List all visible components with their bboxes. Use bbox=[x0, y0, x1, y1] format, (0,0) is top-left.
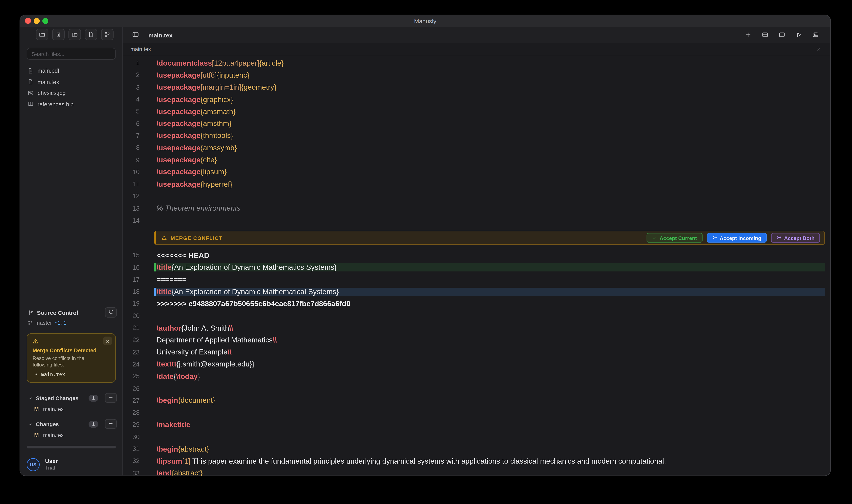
git-branch-button[interactable] bbox=[101, 29, 114, 40]
import-file-button[interactable] bbox=[85, 29, 97, 40]
accept-both-button[interactable]: Accept Both bbox=[771, 233, 820, 243]
merge-conflict-banner: MERGE CONFLICT Accept Current Accept Inc… bbox=[154, 231, 825, 245]
modified-status-badge: M bbox=[34, 432, 39, 438]
search-input[interactable] bbox=[27, 48, 116, 60]
circle-plus-icon bbox=[777, 235, 781, 241]
code-line[interactable]: 33\end{abstract} bbox=[123, 467, 830, 475]
file-name: main.pdf bbox=[37, 67, 59, 74]
split-horizontal-button[interactable] bbox=[759, 30, 771, 40]
code-line[interactable]: 22Department of Applied Mathematics\\ bbox=[123, 334, 830, 346]
code-line[interactable]: 5\usepackage{amsmath} bbox=[123, 105, 830, 118]
new-folder-icon bbox=[72, 30, 78, 39]
code-line[interactable]: 18\title{An Exploration of Dynamic Mathe… bbox=[123, 286, 830, 298]
code-line[interactable]: 8\usepackage{amssymb} bbox=[123, 142, 830, 154]
code-line[interactable]: 17======= bbox=[123, 273, 830, 286]
branch-row[interactable]: master ↑1↓1 bbox=[20, 318, 122, 328]
line-number: 23 bbox=[123, 348, 144, 356]
refresh-icon bbox=[108, 309, 114, 316]
desktop: Manusly main.pdfmain.texphysics.jpgrefer… bbox=[0, 0, 852, 504]
stage-all-button[interactable] bbox=[105, 419, 117, 429]
editor-actions bbox=[742, 30, 821, 40]
changed-file-item[interactable]: Mmain.tex bbox=[20, 403, 122, 414]
changed-file-item[interactable]: Mmain.tex bbox=[20, 429, 122, 440]
code-line[interactable]: 20 bbox=[123, 310, 830, 322]
staged-changes-header[interactable]: Staged Changes 1 bbox=[20, 393, 122, 403]
split-vertical-button[interactable] bbox=[776, 30, 788, 40]
code-line[interactable]: 14 bbox=[123, 214, 830, 227]
line-number: 25 bbox=[123, 373, 144, 380]
chevron-down-icon bbox=[28, 395, 33, 400]
code-line[interactable]: 10\usepackage{lipsum} bbox=[123, 166, 830, 178]
file-name: references.bib bbox=[37, 101, 73, 107]
run-button[interactable] bbox=[793, 30, 805, 40]
code-line[interactable]: 26 bbox=[123, 382, 830, 394]
line-number: 22 bbox=[123, 336, 144, 344]
code-line[interactable]: 6\usepackage{amsthm} bbox=[123, 118, 830, 129]
accept-current-button[interactable]: Accept Current bbox=[646, 233, 702, 243]
file-item[interactable]: main.tex bbox=[20, 76, 122, 87]
close-tab-button[interactable] bbox=[814, 44, 823, 53]
code-line[interactable]: 1\documentclass[12pt,a4paper]{article} bbox=[123, 57, 830, 69]
line-number: 18 bbox=[123, 288, 144, 295]
warning-icon bbox=[33, 338, 110, 344]
code-line[interactable]: 7\usepackage{thmtools} bbox=[123, 130, 830, 142]
accept-incoming-button[interactable]: Accept Incoming bbox=[707, 233, 767, 243]
refresh-button[interactable] bbox=[105, 308, 117, 318]
code-line[interactable]: 9\usepackage{cite} bbox=[123, 154, 830, 166]
new-folder-button[interactable] bbox=[68, 29, 81, 40]
code-text: \end{abstract} bbox=[154, 469, 825, 475]
code-line[interactable]: 2\usepackage[utf8]{inputenc} bbox=[123, 69, 830, 81]
line-number: 30 bbox=[123, 433, 144, 441]
file-item[interactable]: references.bib bbox=[20, 98, 122, 110]
conflicted-file: • main.tex bbox=[35, 371, 110, 377]
code-line[interactable]: 32\lipsum[1] This paper examine the fund… bbox=[123, 455, 830, 467]
code-line[interactable]: 30 bbox=[123, 431, 830, 443]
code-line[interactable]: 12 bbox=[123, 190, 830, 202]
sync-status: ↑1↓1 bbox=[55, 320, 67, 326]
code-line[interactable]: 11\usepackage{hyperref} bbox=[123, 178, 830, 190]
code-line[interactable]: 19>>>>>>> e9488807a67b50655c6b4eae817fbe… bbox=[123, 298, 830, 310]
code-line[interactable]: 15<<<<<<< HEAD bbox=[123, 249, 830, 261]
line-number: 17 bbox=[123, 276, 144, 283]
toggle-sidebar-button[interactable] bbox=[129, 30, 141, 40]
new-file-button[interactable] bbox=[52, 29, 65, 40]
open-folder-button[interactable] bbox=[36, 29, 48, 40]
line-number: 29 bbox=[123, 421, 144, 429]
code-line[interactable]: 28 bbox=[123, 407, 830, 419]
line-number: 4 bbox=[123, 95, 144, 103]
dismiss-warning-button[interactable] bbox=[103, 337, 112, 345]
preview-button[interactable] bbox=[810, 30, 822, 40]
code-line[interactable]: 25\date{\today} bbox=[123, 370, 830, 382]
avatar[interactable]: US bbox=[27, 458, 40, 471]
sidebar-scrollbar[interactable] bbox=[27, 446, 116, 448]
close-window-button[interactable] bbox=[25, 18, 31, 24]
line-number: 6 bbox=[123, 120, 144, 127]
minimize-window-button[interactable] bbox=[34, 18, 40, 24]
code-line[interactable]: 23University of Example\\ bbox=[123, 346, 830, 358]
file-name: main.tex bbox=[37, 78, 59, 85]
code-line[interactable]: 27\begin{document} bbox=[123, 394, 830, 407]
code-line[interactable]: 16\title{An Exploration of Dynamic Mathe… bbox=[123, 261, 830, 273]
code-lines-top: 1\documentclass[12pt,a4paper]{article}2\… bbox=[123, 57, 830, 227]
changes-header[interactable]: Changes 1 bbox=[20, 418, 122, 429]
line-number: 9 bbox=[123, 156, 144, 164]
code-text: >>>>>>> e9488807a67b50655c6b4eae817fbe7d… bbox=[154, 300, 825, 308]
code-line[interactable]: 4\usepackage{graphicx} bbox=[123, 93, 830, 105]
code-line[interactable]: 3\usepackage[margin=1in]{geometry} bbox=[123, 81, 830, 93]
add-tab-button[interactable] bbox=[742, 30, 754, 40]
code-line[interactable]: 29\maketitle bbox=[123, 419, 830, 431]
code-text: \usepackage{amssymb} bbox=[154, 144, 825, 152]
code-line[interactable]: 13% Theorem environments bbox=[123, 202, 830, 214]
code-line[interactable]: 31\begin{abstract} bbox=[123, 443, 830, 455]
code-line[interactable]: 21\author{John A. Smith\\ bbox=[123, 322, 830, 334]
tab-main-tex[interactable]: main.tex bbox=[131, 46, 151, 52]
unstage-all-button[interactable] bbox=[105, 393, 117, 403]
code-line[interactable]: 24\texttt{j.smith@example.edu}} bbox=[123, 358, 830, 370]
file-item[interactable]: physics.jpg bbox=[20, 88, 122, 98]
file-item[interactable]: main.pdf bbox=[20, 65, 122, 76]
close-icon bbox=[105, 336, 110, 346]
zoom-window-button[interactable] bbox=[42, 18, 48, 24]
code-editor[interactable]: 1\documentclass[12pt,a4paper]{article}2\… bbox=[123, 55, 830, 475]
code-text: \begin{abstract} bbox=[154, 445, 825, 453]
user-section[interactable]: US User Trial bbox=[20, 453, 122, 475]
